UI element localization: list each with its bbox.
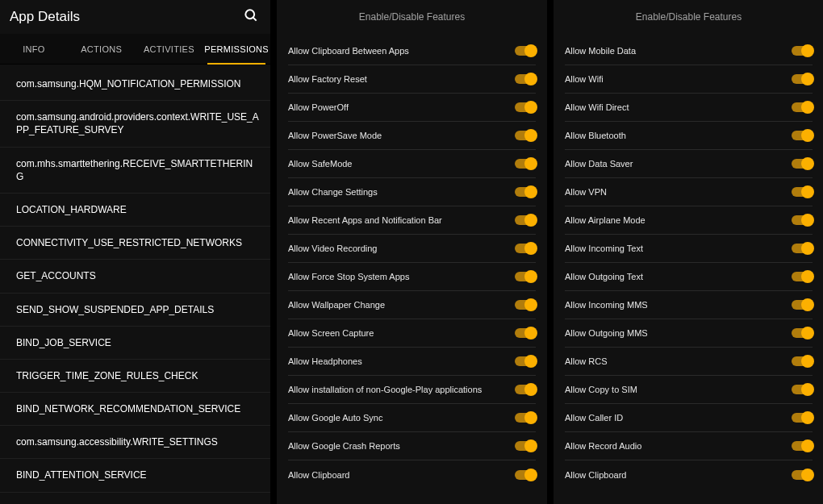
- feature-row: Allow Factory Reset: [288, 65, 536, 94]
- feature-toggle[interactable]: [792, 413, 813, 423]
- feature-toggle[interactable]: [515, 470, 536, 480]
- feature-label: Allow Clipboard Between Apps: [288, 46, 409, 56]
- feature-toggle[interactable]: [792, 102, 813, 112]
- feature-label: Allow RCS: [565, 356, 608, 366]
- feature-toggle[interactable]: [792, 74, 813, 84]
- feature-toggle[interactable]: [515, 102, 536, 112]
- feature-toggle[interactable]: [792, 441, 813, 451]
- feature-row: Allow Clipboard: [288, 460, 536, 489]
- feature-label: Allow SafeMode: [288, 159, 353, 169]
- feature-toggle[interactable]: [515, 159, 536, 169]
- feature-toggle[interactable]: [515, 187, 536, 197]
- feature-toggle[interactable]: [515, 215, 536, 225]
- feature-toggle[interactable]: [515, 385, 536, 394]
- feature-toggle[interactable]: [515, 244, 536, 253]
- feature-row: Allow Airplane Mode: [565, 206, 813, 235]
- tab-permissions[interactable]: PERMISSIONS: [203, 34, 270, 64]
- permission-item[interactable]: com.samsung.android.providers.context.WR…: [0, 101, 270, 147]
- feature-list[interactable]: Allow Clipboard Between AppsAllow Factor…: [277, 37, 547, 504]
- feature-toggle[interactable]: [515, 413, 536, 423]
- feature-row: Allow PowerOff: [288, 94, 536, 122]
- permission-item[interactable]: com.samsung.HQM_NOTIFICATION_PERMISSION: [0, 68, 270, 101]
- feature-label: Allow Outgoing MMS: [565, 328, 648, 338]
- feature-label: Allow Google Auto Sync: [288, 413, 382, 423]
- features-header: Enable/Disable Features: [277, 0, 547, 37]
- feature-toggle[interactable]: [792, 272, 813, 281]
- feature-label: Allow Change Settings: [288, 187, 378, 197]
- feature-label: Allow Incoming MMS: [565, 300, 648, 310]
- app-details-panel: App Details INFO ACTIONS ACTIVITIES PERM…: [0, 0, 270, 504]
- tab-actions[interactable]: ACTIONS: [68, 34, 136, 64]
- permission-item[interactable]: BIND_JOB_SERVICE: [0, 327, 270, 360]
- feature-row: Allow VPN: [565, 178, 813, 206]
- features-header: Enable/Disable Features: [554, 0, 823, 37]
- feature-toggle[interactable]: [792, 187, 813, 197]
- feature-row: Allow Data Saver: [565, 150, 813, 178]
- feature-row: Allow Copy to SIM: [565, 376, 813, 404]
- feature-row: Allow Wallpaper Change: [288, 291, 536, 319]
- feature-list[interactable]: Allow Mobile DataAllow WifiAllow Wifi Di…: [554, 37, 823, 504]
- feature-label: Allow installation of non-Google-Play ap…: [288, 385, 482, 394]
- tab-label: ACTIONS: [81, 44, 122, 54]
- tab-activities[interactable]: ACTIVITIES: [136, 34, 203, 64]
- feature-toggle[interactable]: [792, 300, 813, 310]
- permission-item[interactable]: LOCATION_HARDWARE: [0, 194, 270, 227]
- feature-label: Allow Force Stop System Apps: [288, 272, 409, 281]
- permission-item[interactable]: BIND_NETWORK_RECOMMENDATION_SERVICE: [0, 393, 270, 426]
- feature-toggle[interactable]: [515, 300, 536, 310]
- feature-row: Allow Recent Apps and Notification Bar: [288, 206, 536, 235]
- permission-item[interactable]: CONNECTIVITY_USE_RESTRICTED_NETWORKS: [0, 227, 270, 260]
- permission-item[interactable]: com.mhs.smarttethering.RECEIVE_SMARTTETH…: [0, 148, 270, 194]
- permission-item[interactable]: BIND_ATTENTION_SERVICE: [0, 459, 270, 492]
- feature-row: Allow Force Stop System Apps: [288, 263, 536, 291]
- topbar: App Details: [0, 0, 270, 34]
- feature-toggle[interactable]: [792, 159, 813, 169]
- feature-toggle[interactable]: [792, 385, 813, 394]
- permission-item[interactable]: GET_ACCOUNTS: [0, 260, 270, 293]
- features-panel-1: Enable/Disable Features Allow Clipboard …: [277, 0, 547, 504]
- tab-bar: INFO ACTIONS ACTIVITIES PERMISSIONS: [0, 34, 270, 65]
- feature-row: Allow Clipboard: [565, 460, 813, 489]
- feature-row: Allow Record Audio: [565, 432, 813, 460]
- permission-item[interactable]: com.samsung.accessibility.WRITE_SETTINGS: [0, 426, 270, 459]
- feature-toggle[interactable]: [515, 46, 536, 56]
- permission-item[interactable]: CONTROL_VPN: [0, 493, 270, 504]
- feature-toggle[interactable]: [792, 215, 813, 225]
- feature-toggle[interactable]: [792, 244, 813, 253]
- feature-label: Allow Recent Apps and Notification Bar: [288, 215, 442, 225]
- feature-toggle[interactable]: [515, 441, 536, 451]
- feature-toggle[interactable]: [792, 470, 813, 480]
- feature-label: Allow Mobile Data: [565, 46, 636, 56]
- permission-item[interactable]: TRIGGER_TIME_ZONE_RULES_CHECK: [0, 360, 270, 393]
- feature-label: Allow Outgoing Text: [565, 272, 643, 281]
- feature-row: Allow Change Settings: [288, 178, 536, 206]
- tab-label: ACTIVITIES: [144, 44, 194, 54]
- feature-row: Allow Headphones: [288, 348, 536, 376]
- svg-point-0: [245, 10, 254, 19]
- feature-label: Allow Bluetooth: [565, 131, 626, 140]
- feature-row: Allow PowerSave Mode: [288, 122, 536, 150]
- feature-toggle[interactable]: [792, 328, 813, 338]
- feature-row: Allow installation of non-Google-Play ap…: [288, 376, 536, 404]
- feature-label: Allow Headphones: [288, 356, 362, 366]
- tab-label: PERMISSIONS: [204, 44, 269, 54]
- feature-toggle[interactable]: [792, 356, 813, 366]
- feature-toggle[interactable]: [515, 131, 536, 140]
- feature-row: Allow Wifi Direct: [565, 94, 813, 122]
- permission-item[interactable]: SEND_SHOW_SUSPENDED_APP_DETAILS: [0, 294, 270, 327]
- feature-toggle[interactable]: [515, 74, 536, 84]
- feature-row: Allow RCS: [565, 348, 813, 376]
- feature-toggle[interactable]: [792, 46, 813, 56]
- feature-label: Allow Clipboard: [565, 470, 626, 480]
- feature-label: Allow VPN: [565, 187, 607, 197]
- feature-label: Allow Screen Capture: [288, 328, 374, 338]
- feature-label: Allow Airplane Mode: [565, 215, 645, 225]
- feature-toggle[interactable]: [515, 356, 536, 366]
- feature-toggle[interactable]: [792, 131, 813, 140]
- feature-toggle[interactable]: [515, 272, 536, 281]
- permission-list[interactable]: com.samsung.HQM_NOTIFICATION_PERMISSIONc…: [0, 65, 270, 504]
- search-icon[interactable]: [243, 7, 259, 27]
- feature-label: Allow Wifi Direct: [565, 102, 629, 112]
- feature-toggle[interactable]: [515, 328, 536, 338]
- tab-info[interactable]: INFO: [0, 34, 68, 64]
